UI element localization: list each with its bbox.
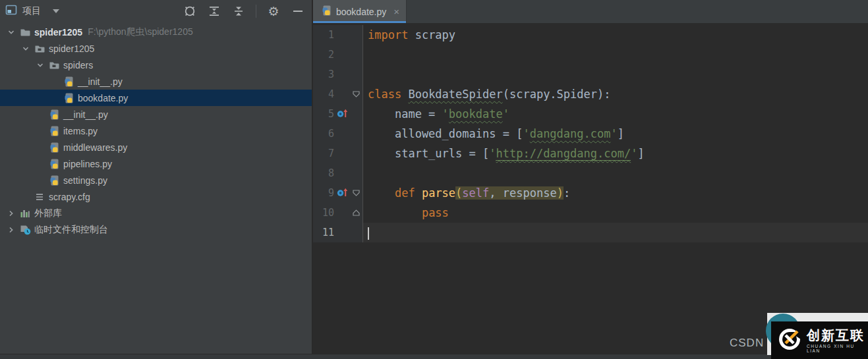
code-line-3[interactable]: 3 (313, 65, 868, 84)
line-number[interactable]: 9 (313, 183, 334, 203)
code-token: def (395, 186, 422, 200)
brand-logo-icon (778, 328, 801, 353)
brand-watermark: 创新互联 CHUANG XIN HU LIAN (771, 321, 868, 359)
override-gutter-icon[interactable] (334, 183, 350, 203)
collapse-all-button[interactable] (231, 4, 246, 18)
chevron-down-icon[interactable] (18, 45, 33, 53)
line-number[interactable]: 5 (313, 104, 334, 124)
line-number[interactable]: 6 (313, 124, 334, 144)
tree-item-scrapy-cfg[interactable]: scrapy.cfg (0, 188, 312, 205)
scratch-icon (18, 224, 32, 235)
libs-icon (18, 208, 32, 219)
tree-item-__init__-py[interactable]: __init__.py (0, 73, 312, 90)
tree-item-spiders[interactable]: spiders (0, 57, 312, 73)
hide-panel-button[interactable] (291, 4, 305, 18)
override-gutter-icon[interactable] (334, 104, 350, 124)
code-token: response (503, 186, 557, 200)
code-editor[interactable]: 1import scrapy234class BookdateSpider(sc… (313, 23, 868, 354)
fold-spacer (350, 25, 363, 45)
fold-close-icon[interactable] (350, 203, 363, 223)
code-text: pass (363, 203, 868, 223)
tree-item-__init__-py[interactable]: __init__.py (0, 106, 312, 123)
code-line-1[interactable]: 1import scrapy (313, 25, 868, 45)
locate-file-button[interactable] (183, 4, 197, 18)
text-caret (368, 227, 369, 240)
tree-item-items-py[interactable]: items.py (0, 123, 312, 139)
tree-item-label: spider1205 (49, 43, 94, 54)
toolbar-divider (256, 5, 256, 18)
code-text: import scrapy (363, 25, 868, 45)
gutter-spacer (334, 65, 350, 84)
tree-item-spider1205[interactable]: spider1205F:\python爬虫\spider1205 (0, 24, 312, 40)
tree-item-label: scrapy.cfg (49, 192, 90, 202)
line-number[interactable]: 11 (313, 223, 334, 242)
chevron-right-icon[interactable] (4, 226, 18, 234)
code-line-6[interactable]: 6 allowed_domains = ['dangdang.com'] (313, 124, 868, 144)
code-token: ( (455, 186, 462, 200)
brand-subtitle: CHUANG XIN HU LIAN (807, 344, 868, 353)
code-token: parse (422, 186, 455, 200)
chevron-down-icon[interactable] (33, 61, 47, 69)
code-token: : (564, 186, 570, 200)
settings-gear-icon[interactable]: ⚙ (266, 4, 281, 18)
line-number[interactable]: 10 (313, 203, 334, 223)
line-number[interactable]: 3 (313, 65, 334, 84)
tree-item-label: 外部库 (34, 207, 62, 219)
code-token: scrapy (408, 28, 455, 41)
line-number[interactable]: 7 (313, 144, 334, 163)
code-token: , (489, 186, 502, 200)
code-token: (scrapy.Spider): (503, 88, 611, 101)
tree-item-label: spiders (63, 60, 93, 70)
expand-all-button[interactable] (207, 4, 221, 18)
fold-open-icon[interactable] (350, 84, 363, 104)
tree-item-spider1205[interactable]: spider1205 (0, 40, 312, 57)
python-icon (62, 93, 75, 103)
code-line-11[interactable]: 11 (313, 223, 868, 242)
code-token: pass (422, 206, 449, 219)
close-icon[interactable]: × (393, 7, 399, 16)
code-token: ' (442, 107, 449, 121)
project-panel-header: 项目 ⚙ (0, 0, 312, 22)
code-line-4[interactable]: 4class BookdateSpider(scrapy.Spider): (313, 84, 868, 104)
tree-item-middlewares-py[interactable]: middlewares.py (0, 139, 312, 155)
tree-item-label: pipelines.py (63, 159, 112, 169)
gutter-spacer (334, 84, 350, 104)
python-icon (47, 142, 61, 153)
python-icon (62, 76, 75, 87)
code-line-2[interactable]: 2 (313, 45, 868, 65)
code-line-7[interactable]: 7 start_urls = ['http://dangdang.com/'] (313, 144, 868, 163)
code-line-8[interactable]: 8 (313, 163, 868, 183)
code-token: class (368, 88, 408, 101)
tree-item-pipelines-py[interactable]: pipelines.py (0, 155, 312, 172)
line-number[interactable]: 4 (313, 84, 334, 104)
code-line-10[interactable]: 10 pass (313, 203, 868, 223)
code-text: start_urls = ['http://dangdang.com/'] (363, 144, 868, 163)
code-text: allowed_domains = ['dangdang.com'] (363, 124, 868, 144)
code-token: dangdang.com (530, 127, 611, 140)
code-text: def parse(self, response): (363, 183, 868, 203)
line-number[interactable]: 2 (313, 45, 334, 65)
status-bar (0, 354, 868, 359)
tab-bookdate-py[interactable]: bookdate.py × (313, 0, 407, 23)
python-icon (47, 175, 61, 186)
gutter-spacer (334, 25, 350, 45)
tree-item-外部库[interactable]: 外部库 (0, 205, 312, 221)
fold-spacer (350, 163, 363, 183)
code-token (368, 186, 395, 200)
chevron-down-icon[interactable] (4, 28, 18, 36)
tree-item-临时文件和控制台[interactable]: 临时文件和控制台 (0, 221, 312, 238)
code-token: BookdateSpider (408, 88, 502, 101)
code-text (363, 223, 868, 242)
project-view-selector[interactable]: 项目 (5, 4, 59, 18)
fold-open-icon[interactable] (350, 183, 363, 203)
fold-spacer (350, 124, 363, 144)
line-number[interactable]: 8 (313, 163, 334, 183)
tree-item-label: __init__.py (63, 109, 108, 120)
code-line-9[interactable]: 9 def parse(self, response): (313, 183, 868, 203)
code-line-5[interactable]: 5 name = 'bookdate' (313, 104, 868, 124)
tree-item-settings-py[interactable]: settings.py (0, 172, 312, 188)
chevron-right-icon[interactable] (4, 209, 18, 217)
code-token: bookdate (449, 107, 503, 121)
line-number[interactable]: 1 (313, 25, 334, 45)
tree-item-bookdate-py[interactable]: bookdate.py (0, 90, 312, 106)
